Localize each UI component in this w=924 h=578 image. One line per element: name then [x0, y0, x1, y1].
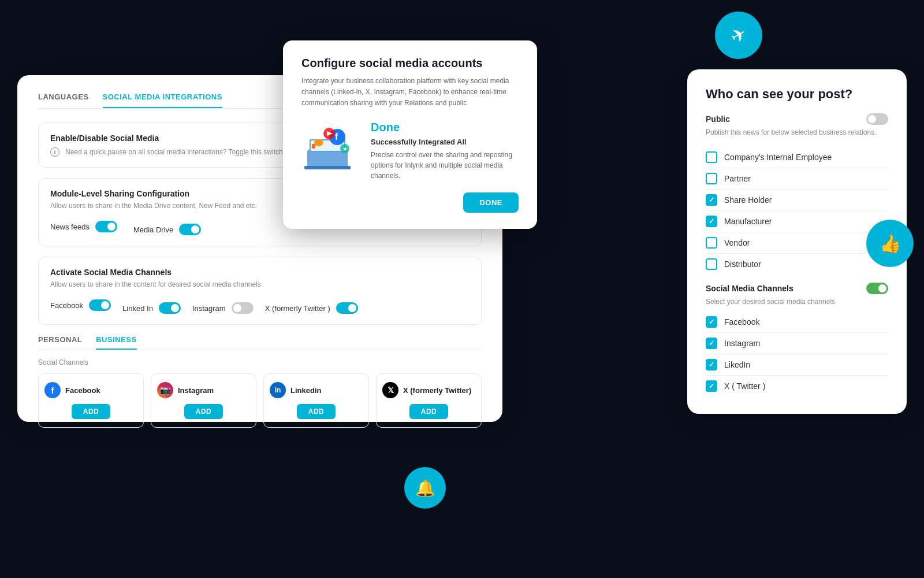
telegram-button[interactable]: ✈: [715, 12, 762, 59]
bottom-tabs: PERSONAL BUSINESS: [38, 335, 482, 350]
facebook-add-button[interactable]: ADD: [72, 404, 111, 419]
telegram-icon: ✈: [726, 22, 751, 49]
checkbox-distributor[interactable]: [706, 258, 717, 270]
social-channels-right-toggle[interactable]: [866, 283, 888, 294]
checkbox-vendor[interactable]: [706, 237, 717, 249]
distributor-label: Distributor: [724, 260, 761, 269]
social-twitter: X ( Twitter ): [706, 376, 888, 397]
checkbox-social-instagram[interactable]: [706, 338, 717, 349]
svg-text:★: ★: [342, 146, 348, 152]
social-facebook: Facebook: [706, 312, 888, 333]
public-label: Public: [706, 114, 730, 124]
right-panel-title: Who can see your post?: [706, 87, 888, 102]
tab-personal[interactable]: PERSONAL: [38, 335, 82, 350]
channel-card-twitter: 𝕏 X (formerly Twitter) ADD: [376, 373, 482, 428]
instagram-icon: 📷: [157, 382, 173, 398]
enable-description: Need a quick pause on all social media i…: [65, 148, 315, 156]
info-icon: i: [50, 147, 59, 157]
bell-button[interactable]: 🔔: [404, 467, 446, 509]
social-twitter-label: X ( Twitter ): [724, 381, 765, 391]
social-instagram: Instagram: [706, 333, 888, 354]
internal-employee-label: Company's Internal Employee: [724, 153, 832, 162]
checkbox-shareholder[interactable]: [706, 194, 717, 206]
relation-shareholder: Share Holder: [706, 190, 888, 211]
modal-body: f ★ Done Successfully Integrated All Pre…: [301, 121, 519, 181]
relation-partner: Partner: [706, 168, 888, 190]
relation-manufacturer: Manufacturer: [706, 211, 888, 232]
social-channels-right: Social Media Channels Select your desire…: [706, 283, 888, 397]
facebook-icon: f: [44, 382, 61, 398]
tab-social-media[interactable]: SOCIAL MEDIA INTEGRATIONS: [103, 92, 222, 108]
activate-section: Activate Social Media Channels Allow use…: [38, 257, 482, 325]
channel-card-linkedin: in Linkedin ADD: [263, 373, 369, 428]
partner-label: Partner: [724, 174, 751, 183]
bell-icon: 🔔: [415, 479, 435, 498]
twitter-icon: 𝕏: [382, 382, 398, 398]
instagram-card-label: Instagram: [178, 386, 214, 395]
modal-card: Configure social media accounts Integrat…: [283, 40, 537, 229]
activate-desc: Allow users to share in the content for …: [50, 280, 470, 288]
social-facebook-label: Facebook: [724, 317, 759, 327]
tab-languages[interactable]: LANGUAGES: [38, 92, 89, 108]
social-channels-right-desc: Select your desired social media channel…: [706, 298, 888, 306]
media-drive-label: Media Drive: [133, 225, 173, 234]
modal-done-button[interactable]: DONE: [463, 192, 519, 213]
checkbox-social-linkedin[interactable]: [706, 359, 717, 370]
facebook-card-label: Facebook: [65, 386, 100, 395]
instagram-add-button[interactable]: ADD: [184, 404, 223, 419]
instagram-channel-toggle[interactable]: [232, 302, 254, 314]
checkbox-social-facebook[interactable]: [706, 316, 717, 328]
social-instagram-label: Instagram: [724, 339, 760, 348]
public-section: Public Publish this news for below selec…: [706, 113, 888, 136]
checkbox-manufacturer[interactable]: [706, 216, 717, 227]
public-desc: Publish this news for below selected bus…: [706, 128, 888, 136]
twitter-add-button[interactable]: ADD: [409, 404, 449, 419]
relation-distributor: Distributor: [706, 254, 888, 275]
manufacturer-label: Manufacturer: [724, 217, 772, 226]
public-toggle[interactable]: [866, 113, 888, 125]
svg-point-4: [314, 139, 323, 146]
linkedin-icon: in: [270, 382, 286, 398]
media-drive-toggle[interactable]: [179, 224, 201, 235]
social-linkedin-label: LikedIn: [724, 360, 750, 369]
relation-internal-employee: Company's Internal Employee: [706, 147, 888, 168]
checkbox-social-twitter[interactable]: [706, 380, 717, 392]
svg-text:f: f: [335, 132, 338, 142]
svg-rect-1: [304, 166, 351, 169]
modal-done-title: Done: [371, 121, 519, 134]
channel-card-instagram: 📷 Instagram ADD: [151, 373, 256, 428]
social-linkedin: LikedIn: [706, 354, 888, 376]
modal-illustration: f ★: [301, 121, 359, 173]
twitter-card-label: X (formerly Twitter): [403, 386, 471, 395]
shareholder-label: Share Holder: [724, 195, 772, 205]
thumbsup-button[interactable]: 👍: [866, 220, 914, 267]
relation-vendor: Vendor: [706, 232, 888, 254]
svg-rect-5: [312, 144, 315, 149]
activate-title: Activate Social Media Channels: [50, 268, 470, 277]
modal-description: Integrate your business collaboration pl…: [301, 76, 519, 109]
linkedin-add-button[interactable]: ADD: [297, 404, 336, 419]
thumbsup-icon: 👍: [880, 234, 901, 254]
modal-content: Done Successfully Integrated All Precise…: [371, 121, 519, 181]
news-feeds-label: News feeds: [50, 223, 90, 231]
social-channels-checkboxes: Facebook Instagram LikedIn X ( Twitter ): [706, 312, 888, 397]
relations-list: Company's Internal Employee Partner Shar…: [706, 147, 888, 275]
vendor-label: Vendor: [724, 238, 750, 247]
facebook-channel-toggle[interactable]: [89, 299, 111, 311]
facebook-channel-label: Facebook: [50, 301, 83, 310]
linkedin-channel-toggle[interactable]: [159, 302, 181, 314]
svg-rect-0: [307, 150, 348, 167]
modal-title: Configure social media accounts: [301, 57, 519, 70]
linkedin-card-label: Linkedin: [290, 386, 321, 395]
linkedin-channel-label: Linked In: [122, 304, 153, 313]
channel-card-facebook: f Facebook ADD: [38, 373, 144, 428]
news-feeds-toggle[interactable]: [95, 221, 117, 232]
modal-success-desc: Precise control over the sharing and rep…: [371, 150, 519, 181]
social-channels-right-label: Social Media Channels: [706, 284, 793, 293]
checkbox-internal-employee[interactable]: [706, 151, 717, 163]
instagram-channel-label: Instagram: [192, 304, 226, 313]
twitter-channel-toggle[interactable]: [336, 302, 358, 314]
checkbox-partner[interactable]: [706, 173, 717, 184]
tab-business[interactable]: BUSINESS: [96, 335, 136, 350]
twitter-channel-label: X (formerly Twitter ): [265, 304, 330, 313]
